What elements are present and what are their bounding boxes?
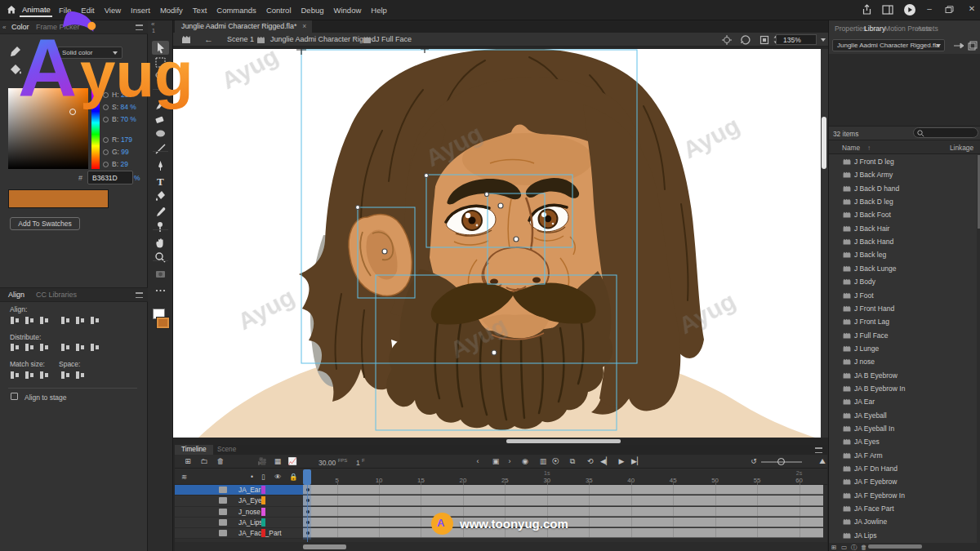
camera-tool[interactable] bbox=[152, 267, 169, 281]
new-symbol-icon[interactable]: ⊞ bbox=[831, 544, 836, 551]
menu-debug[interactable]: Debug bbox=[296, 6, 329, 15]
brush-tool[interactable] bbox=[152, 97, 169, 111]
pin-icon[interactable] bbox=[953, 42, 964, 50]
align-button[interactable] bbox=[8, 342, 22, 353]
panel-menu-icon[interactable] bbox=[136, 292, 143, 298]
highlight-col-icon[interactable]: • bbox=[251, 473, 253, 481]
menu-commands[interactable]: Commands bbox=[212, 6, 261, 15]
lasso-tool[interactable] bbox=[152, 69, 169, 83]
onion-range-icon[interactable]: ⦿ bbox=[550, 456, 561, 466]
library-item[interactable]: J Back Foot bbox=[829, 208, 980, 221]
library-item[interactable]: JA B Eyebrow In bbox=[829, 382, 980, 395]
fit-timeline-icon[interactable]: ⛰ bbox=[817, 456, 828, 466]
tab-properties[interactable]: Properties bbox=[835, 24, 866, 33]
new-folder-icon[interactable]: 🗀 bbox=[198, 456, 210, 466]
align-button[interactable] bbox=[8, 315, 22, 326]
onion-outline-icon[interactable]: ▥ bbox=[537, 456, 549, 466]
layers-icon[interactable]: ≋ bbox=[181, 473, 187, 481]
add-to-swatches-button[interactable]: Add To Swatches bbox=[10, 217, 80, 230]
new-library-icon[interactable] bbox=[968, 41, 978, 51]
tab-library[interactable]: Library bbox=[864, 24, 885, 33]
restore-button[interactable] bbox=[945, 6, 954, 14]
menu-modify[interactable]: Modify bbox=[155, 6, 188, 15]
prev-keyframe-icon[interactable]: ‹ bbox=[472, 456, 483, 466]
oval-tool[interactable] bbox=[152, 127, 169, 140]
menu-file[interactable]: File bbox=[54, 6, 76, 15]
share-icon[interactable] bbox=[862, 4, 872, 16]
library-item[interactable]: J Full Face bbox=[829, 329, 980, 342]
properties-icon[interactable]: ⓘ bbox=[851, 544, 858, 551]
color-row-h[interactable]: H: 28 ° bbox=[103, 91, 133, 100]
eraser-tool[interactable] bbox=[152, 112, 169, 126]
library-item[interactable]: J Body bbox=[829, 275, 980, 288]
lock-col-icon[interactable]: 🔒 bbox=[289, 473, 298, 481]
align-button[interactable] bbox=[23, 315, 37, 326]
zoom-level-input[interactable]: 135% bbox=[776, 34, 817, 45]
free-transform-tool[interactable] bbox=[152, 56, 169, 69]
color-row-g[interactable]: G: 99 bbox=[103, 148, 129, 158]
paint-bucket-tool[interactable] bbox=[152, 189, 169, 203]
library-item[interactable]: J Front Lag bbox=[829, 315, 980, 328]
library-search-input[interactable] bbox=[913, 127, 978, 138]
color-row-b[interactable]: B: 29 bbox=[103, 160, 128, 170]
align-button[interactable] bbox=[74, 370, 87, 380]
library-item[interactable]: JA Jowline bbox=[829, 515, 980, 528]
pen-tool[interactable] bbox=[152, 159, 169, 173]
advanced-layers-icon[interactable]: ▦ bbox=[272, 456, 283, 466]
library-item[interactable]: J Back D leg bbox=[829, 195, 980, 208]
edit-multiple-frames-icon[interactable]: ▣ bbox=[490, 456, 501, 466]
library-item[interactable]: J Back D hand bbox=[829, 182, 980, 195]
hand-tool[interactable] bbox=[152, 236, 169, 250]
eyedropper-tool[interactable] bbox=[152, 205, 169, 219]
zoom-tool[interactable] bbox=[152, 251, 169, 264]
graph-icon[interactable]: 📈 bbox=[287, 456, 298, 466]
library-column-headers[interactable]: Name ↑ Linkage bbox=[829, 140, 980, 154]
tab-close-icon[interactable]: × bbox=[302, 22, 306, 30]
library-item[interactable]: J nose bbox=[829, 355, 980, 368]
align-button[interactable] bbox=[8, 370, 22, 380]
stage-horizontal-scrollbar[interactable] bbox=[173, 438, 828, 445]
hex-input[interactable]: B3631D bbox=[87, 171, 133, 184]
menu-view[interactable]: View bbox=[100, 6, 126, 15]
back-arrow-icon[interactable]: ← bbox=[204, 33, 213, 47]
hue-slider[interactable] bbox=[91, 88, 100, 169]
delete-layer-icon[interactable]: 🗑 bbox=[215, 456, 226, 466]
document-tab[interactable]: Junglie Aadmi Character Rigged.fla*× bbox=[175, 20, 312, 33]
align-button[interactable] bbox=[88, 315, 102, 326]
tab-assets[interactable]: Assets bbox=[917, 24, 938, 33]
fill-swatch[interactable] bbox=[157, 318, 169, 328]
align-button[interactable] bbox=[74, 315, 87, 326]
layer-row-JA_Face_Part[interactable]: JA_Face_Part bbox=[175, 528, 303, 539]
tab-frame-picker[interactable]: Frame Picker bbox=[36, 20, 80, 34]
onion-skin-icon[interactable]: ◉ bbox=[519, 456, 531, 466]
stage-vertical-scrollbar[interactable] bbox=[821, 49, 828, 438]
column-name[interactable]: Name bbox=[842, 144, 860, 152]
fps-value[interactable]: 30.00 FPS bbox=[318, 458, 347, 467]
camera-icon[interactable]: 🎥 bbox=[256, 456, 268, 466]
color-type-dropdown[interactable]: Solid color bbox=[57, 47, 122, 59]
timeline-zoom-slider[interactable] bbox=[777, 458, 785, 465]
more-tool[interactable] bbox=[152, 283, 169, 297]
library-item[interactable]: JA F Eyebrow In bbox=[829, 489, 980, 502]
app-menu-animate[interactable]: Animate bbox=[22, 5, 51, 14]
align-to-stage-checkbox[interactable] bbox=[11, 393, 18, 400]
breadcrumb-part[interactable]: J Full Face bbox=[376, 33, 412, 47]
tab-color[interactable]: Color bbox=[11, 20, 29, 34]
clip-content-icon[interactable] bbox=[760, 35, 769, 45]
menu-edit[interactable]: Edit bbox=[76, 6, 99, 15]
align-button[interactable] bbox=[59, 342, 73, 353]
line-tool[interactable] bbox=[152, 142, 169, 156]
layer-frames-JA_Eyes[interactable] bbox=[303, 495, 823, 506]
breadcrumb-scene[interactable]: Scene 1 bbox=[227, 33, 254, 47]
loop-range-icon[interactable]: ⧉ bbox=[567, 456, 578, 466]
minimize-button[interactable]: – bbox=[918, 0, 941, 18]
test-movie-icon[interactable] bbox=[903, 3, 916, 16]
library-item[interactable]: J Back leg bbox=[829, 248, 980, 261]
library-item[interactable]: J Back Army bbox=[829, 168, 980, 181]
visibility-col-icon[interactable]: 👁 bbox=[274, 473, 282, 481]
library-item[interactable]: J Front Hand bbox=[829, 302, 980, 315]
step-back-icon[interactable]: ◀▏ bbox=[600, 456, 612, 466]
library-item[interactable]: JA Eyeball In bbox=[829, 422, 980, 435]
home-icon[interactable] bbox=[7, 5, 16, 15]
tab-cc-libraries[interactable]: CC Libraries bbox=[36, 288, 77, 302]
